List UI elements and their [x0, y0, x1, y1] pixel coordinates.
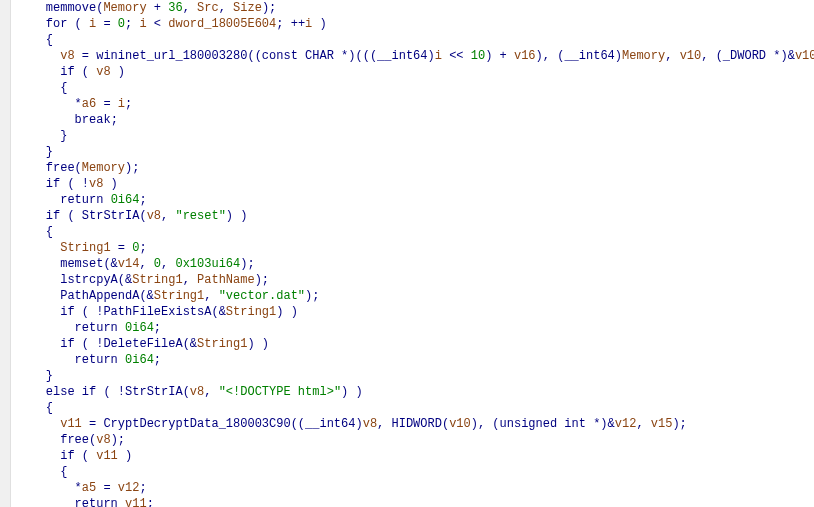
code-line[interactable]: memmove(Memory + 36, Src, Size); [17, 0, 814, 16]
token-kw: int [564, 417, 586, 431]
code-line[interactable]: { [17, 464, 814, 480]
token-num: 0 [154, 257, 161, 271]
code-line[interactable]: { [17, 80, 814, 96]
code-line[interactable]: if ( !PathFileExistsA(&String1) ) [17, 304, 814, 320]
token-glb: a5 [82, 481, 96, 495]
token-op: < [147, 17, 169, 31]
token-punct: { [60, 465, 67, 479]
code-line[interactable]: *a6 = i; [17, 96, 814, 112]
token-kw: return [75, 321, 118, 335]
decompiler-view: memmove(Memory + 36, Src, Size);for ( i … [0, 0, 814, 507]
token-kw: else [46, 385, 75, 399]
token-kw: const [262, 49, 298, 63]
token-glb: v8 [363, 417, 377, 431]
token-call: PathFileExistsA [103, 305, 211, 319]
code-line[interactable]: for ( i = 0; i < dword_18005E604; ++i ) [17, 16, 814, 32]
token-glb: v14 [118, 257, 140, 271]
token-op: = [75, 49, 97, 63]
token-glb: i [139, 17, 146, 31]
pseudocode-listing[interactable]: memmove(Memory + 36, Src, Size);for ( i … [11, 0, 814, 507]
token-punct: ); [240, 257, 254, 271]
code-line[interactable]: free(v8); [17, 432, 814, 448]
token-punct: ( ! [60, 177, 89, 191]
token-punct: ( [67, 17, 89, 31]
token-punct: , ( [701, 49, 723, 63]
token-glb: v8 [89, 177, 103, 191]
token-kw: if [60, 65, 74, 79]
token-glb: v11 [96, 449, 118, 463]
code-line[interactable]: return 0i64; [17, 352, 814, 368]
code-line[interactable]: { [17, 32, 814, 48]
code-line[interactable]: break; [17, 112, 814, 128]
token-call: StrStrIA [82, 209, 140, 223]
code-line[interactable]: free(Memory); [17, 160, 814, 176]
token-call: lstrcpyA [60, 273, 118, 287]
token-glb: PathName [197, 273, 255, 287]
token-punct: { [46, 225, 53, 239]
code-line[interactable]: v8 = wininet_url_180003280((const CHAR *… [17, 48, 814, 64]
code-line[interactable]: { [17, 224, 814, 240]
code-line[interactable]: lstrcpyA(&String1, PathName); [17, 272, 814, 288]
code-line[interactable]: if ( v11 ) [17, 448, 814, 464]
token-glb: v11 [60, 417, 82, 431]
token-glb: v8 [96, 433, 110, 447]
code-line[interactable]: if ( StrStrIA(v8, "reset") ) [17, 208, 814, 224]
token-glb: String1 [154, 289, 204, 303]
token-punct: ; [125, 97, 132, 111]
code-line[interactable]: return 0i64; [17, 192, 814, 208]
token-punct: { [46, 401, 53, 415]
token-punct: ); [125, 161, 139, 175]
token-punct: (( [291, 417, 305, 431]
token-kw: if [46, 177, 60, 191]
token-op: = [96, 17, 118, 31]
token-punct: , [161, 209, 175, 223]
token-glb: String1 [60, 241, 110, 255]
token-punct: ) [111, 65, 125, 79]
token-punct: ( [75, 449, 97, 463]
code-line[interactable]: } [17, 368, 814, 384]
code-line[interactable]: else if ( !StrStrIA(v8, "<!DOCTYPE html>… [17, 384, 814, 400]
token-call: StrStrIA [125, 385, 183, 399]
token-punct: ) [355, 417, 362, 431]
token-punct: ); [255, 273, 269, 287]
token-op: = [96, 97, 118, 111]
code-line[interactable]: } [17, 128, 814, 144]
code-line[interactable]: v11 = CryptDecryptData_180003C90((__int6… [17, 416, 814, 432]
code-line[interactable]: return v11; [17, 496, 814, 507]
token-punct [118, 321, 125, 335]
token-punct: ) ) [226, 209, 248, 223]
token-kw: return [60, 193, 103, 207]
token-call: free [60, 433, 89, 447]
token-punct: ) ) [247, 337, 269, 351]
code-line[interactable]: if ( !DeleteFileA(&String1) ) [17, 336, 814, 352]
code-line[interactable]: { [17, 400, 814, 416]
token-num: 0i64 [125, 321, 154, 335]
code-line[interactable]: String1 = 0; [17, 240, 814, 256]
token-punct: , [183, 273, 197, 287]
token-glb: i [435, 49, 442, 63]
code-line[interactable]: return 0i64; [17, 320, 814, 336]
token-punct: ; [125, 17, 139, 31]
token-punct: } [46, 369, 53, 383]
code-line[interactable]: PathAppendA(&String1, "vector.dat"); [17, 288, 814, 304]
code-line[interactable]: *a5 = v12; [17, 480, 814, 496]
token-str: "reset" [175, 209, 225, 223]
token-punct: ) [312, 17, 326, 31]
code-line[interactable]: memset(&v14, 0, 0x103ui64); [17, 256, 814, 272]
token-punct: ( [75, 65, 97, 79]
token-num: 0i64 [111, 193, 140, 207]
token-kw: return [75, 497, 118, 507]
code-line[interactable]: if ( !v8 ) [17, 176, 814, 192]
token-num: 0i64 [125, 353, 154, 367]
token-kw: if [60, 449, 74, 463]
token-kw: if [60, 337, 74, 351]
code-line[interactable]: if ( v8 ) [17, 64, 814, 80]
token-punct: (& [118, 273, 132, 287]
token-punct: ( [60, 209, 82, 223]
token-glb: dword_18005E604 [168, 17, 276, 31]
code-line[interactable]: } [17, 144, 814, 160]
token-call: CryptDecryptData_180003C90 [103, 417, 290, 431]
token-glb: String1 [132, 273, 182, 287]
token-punct: (& [211, 305, 225, 319]
token-punct: } [46, 145, 53, 159]
